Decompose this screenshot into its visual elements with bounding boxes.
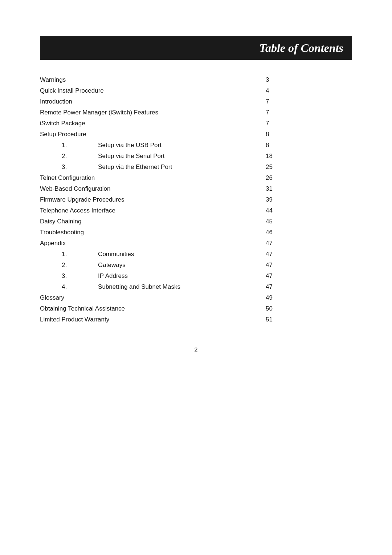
toc-item-page: 47: [258, 271, 352, 281]
toc-item-label: Subnetting and Subnet Masks: [98, 281, 258, 292]
toc-item-label: Quick Install Procedure: [40, 85, 258, 96]
toc-item-page: 7: [258, 118, 352, 129]
toc-row: Introduction7: [40, 96, 352, 107]
toc-row: Web-Based Configuration31: [40, 183, 352, 194]
toc-row: iSwitch Package7: [40, 118, 352, 129]
toc-item-page: 26: [258, 173, 352, 183]
toc-row: Setup Procedure8: [40, 129, 352, 140]
page-container: Table of Contents Warnings3Quick Install…: [40, 0, 352, 382]
toc-row: Telnet Configuration26: [40, 173, 352, 183]
toc-item-label: Remote Power Manager (iSwitch) Features: [40, 107, 258, 118]
toc-item-label: Firmware Upgrade Procedures: [40, 194, 258, 205]
toc-row: Glossary49: [40, 292, 352, 303]
toc-item-number: 2.: [40, 151, 98, 162]
toc-item-page: 18: [258, 151, 352, 162]
toc-item-label: Communities: [98, 249, 258, 260]
toc-item-page: 47: [258, 281, 352, 292]
toc-row: 1.Communities47: [40, 249, 352, 260]
toc-item-page: 25: [258, 162, 352, 173]
toc-row: Telephone Access Interface44: [40, 205, 352, 216]
toc-item-label: IP Address: [98, 271, 258, 281]
toc-row: Remote Power Manager (iSwitch) Features7: [40, 107, 352, 118]
toc-item-page: 7: [258, 107, 352, 118]
toc-item-label: Appendix: [40, 238, 258, 249]
toc-row: Limited Product Warranty51: [40, 314, 352, 325]
toc-item-label: Setup Procedure: [40, 129, 258, 140]
toc-item-page: 47: [258, 260, 352, 271]
toc-row: Daisy Chaining45: [40, 216, 352, 227]
toc-table: Warnings3Quick Install Procedure4Introdu…: [40, 74, 352, 325]
toc-item-page: 7: [258, 96, 352, 107]
toc-row: 3.Setup via the Ethernet Port25: [40, 162, 352, 173]
page-number: 2: [195, 347, 198, 353]
toc-item-page: 46: [258, 227, 352, 238]
toc-item-page: 4: [258, 85, 352, 96]
toc-row: 2.Setup via the Serial Port18: [40, 151, 352, 162]
toc-item-label: Glossary: [40, 292, 258, 303]
toc-item-label: Warnings: [40, 74, 258, 85]
toc-item-label: Setup via the USB Port: [98, 140, 258, 151]
toc-item-page: 3: [258, 74, 352, 85]
toc-item-page: 39: [258, 194, 352, 205]
toc-row: 2.Gateways47: [40, 260, 352, 271]
toc-row: 4.Subnetting and Subnet Masks47: [40, 281, 352, 292]
toc-item-label: Introduction: [40, 96, 258, 107]
toc-item-number: 3.: [40, 271, 98, 281]
toc-row: Firmware Upgrade Procedures39: [40, 194, 352, 205]
toc-row: 1.Setup via the USB Port8: [40, 140, 352, 151]
toc-row: Warnings3: [40, 74, 352, 85]
toc-item-number: 2.: [40, 260, 98, 271]
toc-item-page: 51: [258, 314, 352, 325]
toc-item-page: 47: [258, 249, 352, 260]
title-bar: Table of Contents: [40, 36, 352, 60]
toc-item-number: 1.: [40, 249, 98, 260]
toc-item-label: Setup via the Ethernet Port: [98, 162, 258, 173]
toc-item-label: iSwitch Package: [40, 118, 258, 129]
toc-item-label: Troubleshooting: [40, 227, 258, 238]
toc-row: Quick Install Procedure4: [40, 85, 352, 96]
toc-item-page: 31: [258, 183, 352, 194]
toc-item-page: 8: [258, 140, 352, 151]
toc-item-label: Daisy Chaining: [40, 216, 258, 227]
toc-item-label: Web-Based Configuration: [40, 183, 258, 194]
toc-item-number: 1.: [40, 140, 98, 151]
toc-item-label: Setup via the Serial Port: [98, 151, 258, 162]
toc-item-page: 47: [258, 238, 352, 249]
toc-item-label: Telnet Configuration: [40, 173, 258, 183]
toc-row: Troubleshooting46: [40, 227, 352, 238]
toc-row: Appendix47: [40, 238, 352, 249]
toc-item-label: Gateways: [98, 260, 258, 271]
toc-item-page: 44: [258, 205, 352, 216]
page-title: Table of Contents: [49, 41, 343, 55]
toc-row: Obtaining Technical Assistance50: [40, 303, 352, 314]
toc-item-number: 4.: [40, 281, 98, 292]
toc-item-page: 50: [258, 303, 352, 314]
toc-item-number: 3.: [40, 162, 98, 173]
toc-item-label: Obtaining Technical Assistance: [40, 303, 258, 314]
toc-row: 3.IP Address47: [40, 271, 352, 281]
page-footer: 2: [40, 325, 352, 353]
toc-item-label: Limited Product Warranty: [40, 314, 258, 325]
toc-item-page: 49: [258, 292, 352, 303]
toc-item-label: Telephone Access Interface: [40, 205, 258, 216]
toc-item-page: 45: [258, 216, 352, 227]
toc-item-page: 8: [258, 129, 352, 140]
